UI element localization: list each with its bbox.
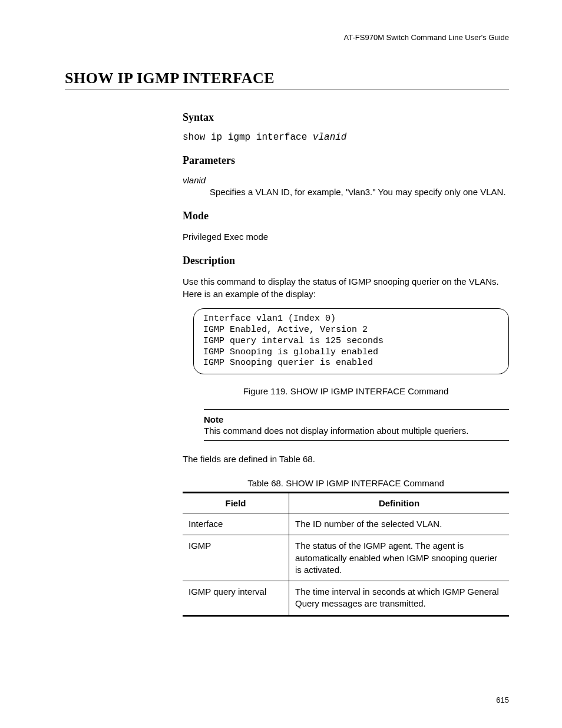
syntax-command-text: show ip igmp interface [183, 132, 313, 143]
page-title: SHOW IP IGMP INTERFACE [65, 70, 509, 90]
heading-mode: Mode [183, 210, 509, 222]
heading-description: Description [183, 255, 509, 267]
page: AT-FS970M Switch Command Line User's Gui… [0, 0, 562, 728]
th-definition: Definition [289, 493, 510, 513]
cell-def: The ID number of the selected VLAN. [289, 513, 510, 535]
table-caption: Table 68. SHOW IP IGMP INTERFACE Command [183, 478, 509, 488]
cell-field: Interface [183, 513, 289, 535]
heading-syntax: Syntax [183, 111, 509, 124]
example-output: Interface vlan1 (Index 0) IGMP Enabled, … [193, 308, 509, 374]
table-row: IGMP The status of the IGMP agent. The a… [183, 535, 509, 581]
definition-table: Field Definition Interface The ID number… [183, 492, 509, 617]
syntax-arg: vlanid [313, 132, 347, 143]
content: Syntax show ip igmp interface vlanid Par… [183, 111, 509, 617]
cell-field: IGMP [183, 535, 289, 581]
fields-intro: The fields are defined in Table 68. [183, 453, 509, 465]
note-label: Note [204, 414, 509, 424]
param-desc: Specifies a VLAN ID, for example, "vlan3… [210, 186, 509, 198]
page-number: 615 [496, 696, 509, 704]
cell-field: IGMP query interval [183, 581, 289, 616]
heading-parameters: Parameters [183, 154, 509, 167]
figure-caption: Figure 119. SHOW IP IGMP INTERFACE Comma… [183, 386, 509, 396]
table-header-row: Field Definition [183, 493, 509, 513]
cell-def: The time interval in seconds at which IG… [289, 581, 510, 616]
syntax-command: show ip igmp interface vlanid [183, 132, 509, 143]
mode-text: Privileged Exec mode [183, 230, 509, 243]
note-block: Note This command does not display infor… [204, 409, 509, 441]
table-row: IGMP query interval The time interval in… [183, 581, 509, 616]
th-field: Field [183, 493, 289, 513]
header-guide-title: AT-FS970M Switch Command Line User's Gui… [344, 33, 509, 42]
param-name: vlanid [183, 175, 509, 185]
cell-def: The status of the IGMP agent. The agent … [289, 535, 510, 581]
note-text: This command does not display informatio… [204, 426, 509, 436]
table-row: Interface The ID number of the selected … [183, 513, 509, 535]
description-intro: Use this command to display the status o… [183, 275, 509, 300]
